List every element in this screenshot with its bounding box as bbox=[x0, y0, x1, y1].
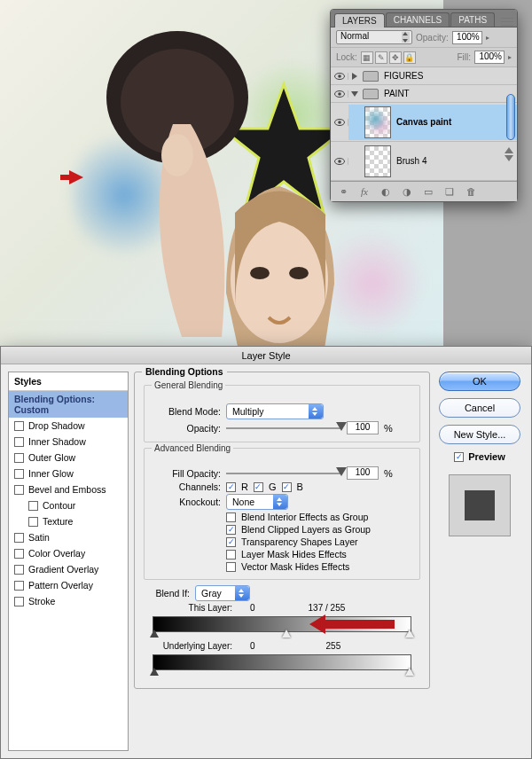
style-color-overlay[interactable]: Color Overlay bbox=[9, 545, 128, 561]
layer-name[interactable]: Brush 4 bbox=[396, 156, 426, 166]
layer-group-paint[interactable]: PAINT bbox=[331, 85, 517, 103]
tab-layers[interactable]: LAYERS bbox=[334, 13, 385, 27]
style-inner-glow[interactable]: Inner Glow bbox=[9, 466, 128, 481]
transparency-shapes-label: Transparency Shapes Layer bbox=[241, 536, 358, 547]
blend-interior-label: Blend Interior Effects as Group bbox=[241, 512, 368, 522]
this-layer-white-slider-right[interactable] bbox=[405, 630, 414, 638]
layer-thumbnail[interactable] bbox=[364, 106, 391, 138]
group-icon[interactable]: ▭ bbox=[421, 185, 435, 198]
style-blending-options[interactable]: Blending Options: Custom bbox=[9, 391, 128, 418]
channel-r-checkbox[interactable] bbox=[226, 482, 236, 492]
layer-thumbnail[interactable] bbox=[364, 145, 391, 177]
this-layer-gradient[interactable] bbox=[153, 616, 411, 632]
style-texture[interactable]: Texture bbox=[9, 513, 128, 529]
style-inner-shadow[interactable]: Inner Shadow bbox=[9, 434, 128, 450]
underlying-layer-gradient[interactable] bbox=[153, 654, 411, 670]
opacity-input[interactable]: 100 bbox=[347, 421, 379, 434]
layer-name[interactable]: Canvas paint bbox=[396, 117, 451, 127]
style-gradient-overlay[interactable]: Gradient Overlay bbox=[9, 561, 128, 577]
layer-mask-hides-label: Layer Mask Hides Effects bbox=[241, 549, 347, 559]
vector-mask-hides-checkbox[interactable] bbox=[226, 562, 236, 572]
transparency-shapes-checkbox[interactable] bbox=[226, 537, 236, 547]
style-stroke[interactable]: Stroke bbox=[9, 593, 128, 609]
lock-position-icon[interactable]: ✥ bbox=[389, 51, 402, 64]
style-drop-shadow[interactable]: Drop Shadow bbox=[9, 418, 128, 434]
advanced-blending-legend: Advanced Blending bbox=[152, 443, 233, 453]
visibility-toggle[interactable] bbox=[331, 158, 348, 165]
ok-button[interactable]: OK bbox=[439, 372, 520, 391]
style-contour[interactable]: Contour bbox=[9, 497, 128, 513]
lock-options[interactable]: ▦✎✥🔒 bbox=[361, 51, 418, 64]
lock-paint-icon[interactable]: ✎ bbox=[375, 51, 387, 64]
styles-list: Styles Blending Options: Custom Drop Sha… bbox=[8, 372, 129, 751]
new-style-button[interactable]: New Style... bbox=[439, 425, 520, 444]
fill-opacity-input[interactable]: 100 bbox=[347, 466, 379, 480]
channel-b-checkbox[interactable] bbox=[282, 482, 292, 492]
scroll-down-icon[interactable] bbox=[505, 155, 513, 161]
chevron-right-icon[interactable]: ▸ bbox=[486, 34, 489, 42]
underlying-black-slider[interactable] bbox=[150, 668, 159, 676]
tab-channels[interactable]: CHANNELS bbox=[386, 12, 450, 27]
this-layer-white-slider-left[interactable] bbox=[282, 630, 291, 638]
scrollbar[interactable] bbox=[506, 94, 515, 140]
layer-mask-hides-checkbox[interactable] bbox=[226, 550, 236, 559]
adjustment-layer-icon[interactable]: ◑ bbox=[400, 185, 414, 198]
svg-point-8 bbox=[338, 74, 341, 78]
scroll-up-icon[interactable] bbox=[505, 147, 513, 153]
blend-mode-select[interactable]: Multiply bbox=[226, 403, 324, 419]
style-bevel-emboss[interactable]: Bevel and Emboss bbox=[9, 481, 128, 497]
blend-interior-checkbox[interactable] bbox=[226, 513, 236, 522]
expand-toggle-icon[interactable] bbox=[351, 91, 358, 97]
tab-paths[interactable]: PATHS bbox=[450, 12, 495, 27]
preview-swatch bbox=[449, 474, 511, 536]
style-pattern-overlay[interactable]: Pattern Overlay bbox=[9, 577, 128, 593]
layer-brush4[interactable]: Brush 4 bbox=[331, 142, 517, 181]
fill-input[interactable]: 100% bbox=[474, 51, 505, 64]
delete-layer-icon[interactable]: 🗑 bbox=[464, 185, 478, 198]
layer-group-figures[interactable]: FIGURES bbox=[331, 67, 517, 85]
knockout-select[interactable]: None bbox=[226, 494, 288, 510]
opacity-slider[interactable] bbox=[226, 422, 341, 434]
this-layer-split: 137 / 255 bbox=[309, 603, 346, 613]
lock-label: Lock: bbox=[336, 52, 357, 62]
visibility-toggle[interactable] bbox=[331, 119, 348, 126]
layers-panel: LAYERS CHANNELS PATHS Normal Opacity: 10… bbox=[330, 9, 518, 202]
visibility-toggle[interactable] bbox=[331, 73, 348, 80]
style-satin[interactable]: Satin bbox=[9, 529, 128, 545]
layer-style-dialog: Layer Style Styles Blending Options: Cus… bbox=[0, 346, 532, 759]
visibility-toggle[interactable] bbox=[331, 90, 348, 98]
svg-point-12 bbox=[338, 121, 341, 124]
blending-options-legend: Blending Options bbox=[142, 366, 227, 377]
underlying-high: 255 bbox=[326, 641, 341, 651]
fill-opacity-slider[interactable] bbox=[226, 467, 341, 480]
cancel-button[interactable]: Cancel bbox=[439, 398, 520, 418]
general-blending-legend: General Blending bbox=[152, 380, 225, 390]
svg-point-14 bbox=[338, 160, 341, 163]
layer-canvas-paint[interactable]: Canvas paint bbox=[331, 103, 517, 142]
opacity-input[interactable]: 100% bbox=[452, 31, 482, 44]
callout-arrow-icon bbox=[69, 170, 83, 184]
style-outer-glow[interactable]: Outer Glow bbox=[9, 450, 128, 466]
percent-label: % bbox=[384, 423, 393, 434]
blend-clipped-checkbox[interactable] bbox=[226, 525, 236, 535]
styles-header[interactable]: Styles bbox=[9, 372, 128, 391]
lock-all-icon[interactable]: 🔒 bbox=[403, 51, 416, 64]
preview-checkbox[interactable] bbox=[454, 452, 464, 462]
fx-icon[interactable]: fx bbox=[357, 185, 372, 198]
blend-mode-select[interactable]: Normal bbox=[336, 30, 412, 44]
chevron-right-icon[interactable]: ▸ bbox=[508, 53, 512, 61]
panel-menu-icon[interactable] bbox=[501, 16, 513, 27]
opacity-label: Opacity: bbox=[152, 423, 221, 434]
link-layers-icon[interactable]: ⚭ bbox=[336, 185, 350, 198]
channel-g-label: G bbox=[269, 481, 277, 492]
channel-g-checkbox[interactable] bbox=[254, 482, 263, 492]
expand-toggle-icon[interactable] bbox=[352, 73, 357, 80]
layer-mask-icon[interactable]: ◐ bbox=[379, 185, 393, 198]
lock-transparency-icon[interactable]: ▦ bbox=[361, 51, 373, 64]
fill-label: Fill: bbox=[457, 52, 471, 62]
this-layer-black-slider[interactable] bbox=[150, 630, 159, 638]
underlying-white-slider[interactable] bbox=[405, 668, 414, 676]
new-layer-icon[interactable]: ❏ bbox=[442, 185, 457, 198]
blend-clipped-label: Blend Clipped Layers as Group bbox=[241, 524, 371, 535]
blend-if-select[interactable]: Gray bbox=[195, 585, 250, 601]
